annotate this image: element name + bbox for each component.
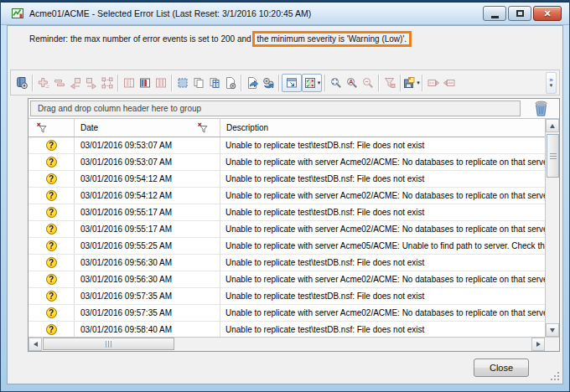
horizontal-scrollbar[interactable] <box>28 337 559 351</box>
column-header-indicator[interactable] <box>28 119 75 137</box>
select-nodes-button[interactable] <box>99 74 115 92</box>
minimize-button[interactable] <box>483 6 506 21</box>
run-export-button[interactable] <box>260 74 276 92</box>
select-all-button[interactable] <box>174 74 190 92</box>
close-button[interactable]: Close <box>474 358 529 377</box>
zoom-out-icon <box>361 76 375 90</box>
table-row[interactable]: ?03/01/2016 09:53:07 AMUnable to replica… <box>28 154 545 171</box>
copy-with-headers-button[interactable] <box>206 74 222 92</box>
date-cell: 03/01/2016 09:56:30 AM <box>75 271 220 287</box>
group-by-drop-area[interactable]: Drag and drop column header here to grou… <box>30 101 521 116</box>
question-icon: ? <box>46 324 57 335</box>
row-indicator-cell: ? <box>28 188 75 204</box>
resize-grip[interactable] <box>549 370 559 380</box>
remove-button[interactable] <box>51 74 67 92</box>
table-row[interactable]: ?03/01/2016 09:53:07 AMUnable to replica… <box>28 137 545 154</box>
minimize-icon <box>491 16 499 18</box>
add-button[interactable] <box>35 74 51 92</box>
table-row[interactable]: ?03/01/2016 09:54:12 AMUnable to replica… <box>28 171 545 188</box>
arrow-right-icon <box>536 342 541 347</box>
collapse-band-button[interactable] <box>441 74 457 92</box>
horizontal-scroll-thumb[interactable] <box>43 338 174 350</box>
table-row[interactable]: ?03/01/2016 09:57:35 AMUnable to replica… <box>28 288 545 305</box>
export-button[interactable] <box>244 74 260 92</box>
conditional-formatting-button[interactable]: ▾ <box>302 74 322 92</box>
vertical-scroll-thumb[interactable] <box>547 134 559 178</box>
row-indicator-cell: ? <box>28 137 75 153</box>
table-row[interactable]: ?03/01/2016 09:57:35 AMUnable to replica… <box>28 305 545 322</box>
toolbar: ▾A▾ » ▼ <box>10 70 560 95</box>
close-icon: ✕ <box>543 9 551 18</box>
copy-button[interactable] <box>190 74 206 92</box>
vertical-scroll-track[interactable] <box>546 132 559 323</box>
column-fixed-button[interactable] <box>121 74 137 92</box>
send-forward-icon <box>85 76 98 90</box>
run-export-icon <box>262 76 275 90</box>
copy-icon <box>192 76 205 90</box>
scroll-up-button[interactable] <box>546 119 559 132</box>
column-auto-button[interactable] <box>153 74 168 92</box>
description-cell: Unable to replicate test\testDB.nsf: Fil… <box>220 204 545 220</box>
maximize-button[interactable] <box>508 6 531 21</box>
question-icon: ? <box>46 190 57 201</box>
arrow-left-icon <box>34 342 38 347</box>
date-cell: 03/01/2016 09:55:17 AM <box>75 204 220 220</box>
table-row[interactable]: ?03/01/2016 09:54:12 AMUnable to replica… <box>28 188 545 204</box>
date-cell: 03/01/2016 09:55:25 AM <box>75 238 220 254</box>
dropdown-caret-icon: ▾ <box>318 80 321 86</box>
table-row[interactable]: ?03/01/2016 09:55:17 AMUnable to replica… <box>28 221 545 238</box>
save-layout-button[interactable]: ▾ <box>403 74 419 92</box>
question-icon: ? <box>46 307 57 318</box>
grid-header-row: Date Description <box>28 119 545 137</box>
select-nodes-icon <box>101 76 114 90</box>
question-icon: ? <box>46 173 57 184</box>
svg-text:A: A <box>349 79 353 85</box>
filter-icon <box>383 76 396 90</box>
arrow-up-icon <box>550 124 555 128</box>
table-row[interactable]: ?03/01/2016 09:58:40 AMUnable to replica… <box>28 322 545 337</box>
send-backward-icon <box>69 76 82 90</box>
zoom-in-icon <box>329 76 343 90</box>
scroll-down-button[interactable] <box>546 323 559 337</box>
date-cell: 03/01/2016 09:57:35 AM <box>75 305 220 321</box>
table-row[interactable]: ?03/01/2016 09:56:30 AMUnable to replica… <box>28 255 545 271</box>
preview-button[interactable] <box>282 74 302 92</box>
zoom-font-button[interactable]: A <box>344 74 360 92</box>
page-setup-button[interactable] <box>222 74 238 92</box>
titlebar[interactable]: Acme01/ACME - Selected Error List (Last … <box>1 1 569 25</box>
filter-button[interactable] <box>381 74 397 92</box>
question-icon: ? <box>46 274 57 285</box>
table-row[interactable]: ?03/01/2016 09:56:30 AMUnable to replica… <box>28 271 545 288</box>
zoom-out-button[interactable] <box>360 74 376 92</box>
table-row[interactable]: ?03/01/2016 09:55:25 AMUnable to replica… <box>28 238 545 255</box>
filter-icon[interactable] <box>36 122 47 133</box>
column-header-label: Description <box>220 123 268 132</box>
toolbar-separator <box>117 75 118 91</box>
toolbar-overflow-button[interactable]: » ▼ <box>546 72 557 94</box>
close-window-button[interactable]: ✕ <box>533 6 562 21</box>
date-cell: 03/01/2016 09:58:40 AM <box>75 322 220 337</box>
page-setup-icon <box>224 76 237 90</box>
send-forward-button[interactable] <box>83 74 99 92</box>
toolbar-separator <box>241 75 241 91</box>
conditional-formatting-icon <box>303 76 317 90</box>
send-backward-button[interactable] <box>67 74 83 92</box>
column-header-date[interactable]: Date <box>75 119 220 137</box>
toolbar-overflow-caret-icon: ▼ <box>549 83 554 89</box>
zoom-font-icon: A <box>345 76 359 90</box>
vertical-scrollbar[interactable] <box>545 119 559 337</box>
description-cell: Unable to replicate with server Acme02/A… <box>220 305 545 321</box>
window-title: Acme01/ACME - Selected Error List (Last … <box>29 8 311 18</box>
column-best-fit-button[interactable] <box>137 74 153 92</box>
table-row[interactable]: ?03/01/2016 09:55:17 AMUnable to replica… <box>28 204 545 221</box>
date-cell: 03/01/2016 09:56:30 AM <box>75 255 220 271</box>
zoom-in-button[interactable] <box>328 74 344 92</box>
trash-icon[interactable] <box>533 100 549 117</box>
horizontal-scroll-track[interactable] <box>42 338 531 351</box>
scroll-right-button[interactable] <box>531 338 545 351</box>
filter-icon[interactable] <box>197 122 208 133</box>
expand-band-button[interactable] <box>425 74 441 92</box>
properties-button[interactable] <box>13 74 29 92</box>
column-header-description[interactable]: Description <box>220 119 545 137</box>
scroll-left-button[interactable] <box>28 338 42 351</box>
